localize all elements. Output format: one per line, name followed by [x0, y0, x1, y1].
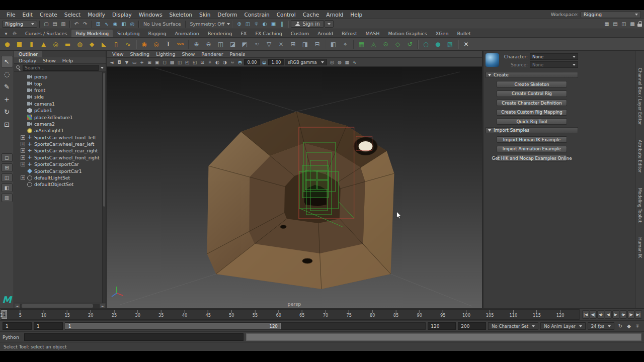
range-end-handle[interactable]: 120 — [269, 324, 277, 329]
menu-item[interactable]: Help — [347, 12, 366, 18]
menu-item[interactable]: Skeleton — [166, 12, 196, 18]
sign-in-button[interactable]: Sign in — [291, 20, 324, 28]
create-section-button[interactable]: Create Character Definition — [497, 100, 567, 106]
play-backwards-button[interactable]: ◀ — [605, 310, 612, 319]
poly-helix-button[interactable]: ∿ — [122, 38, 134, 50]
go-to-end-button[interactable]: ▶| — [635, 310, 642, 319]
wireframe-on-shaded-icon[interactable]: ▦ — [344, 59, 351, 66]
section-header-create[interactable]: Create — [486, 72, 578, 78]
toggle-tool-settings-icon[interactable]: ◫ — [620, 20, 628, 28]
separate-button[interactable]: ⊖ — [203, 38, 214, 50]
toggle-attribute-editor-icon[interactable]: ▤ — [611, 20, 619, 28]
create-section-button[interactable]: Quick Rig Tool — [497, 118, 567, 125]
mirror-button[interactable]: ◧ — [328, 38, 339, 50]
open-scene-icon[interactable]: ▤ — [51, 20, 59, 28]
viewport-menu[interactable]: Renderer — [198, 51, 226, 57]
outliner-item[interactable]: defaultLightSet — [14, 174, 106, 181]
redo-icon[interactable]: ↷ — [81, 20, 89, 28]
lighting-toggle-icon[interactable]: ☼ — [206, 59, 213, 66]
gamma-field[interactable]: 1.00 — [268, 59, 284, 65]
move-tool[interactable]: + — [1, 94, 13, 105]
smooth-button[interactable]: ≈ — [251, 38, 263, 50]
grid-toggle-icon[interactable]: ⊞ — [146, 59, 153, 66]
new-scene-icon[interactable]: ▢ — [42, 20, 50, 28]
shelf-tab[interactable]: Motion Graphics — [384, 30, 431, 37]
boolean-difference-button[interactable]: ◪ — [227, 38, 238, 50]
colorspace-dropdown[interactable]: sRGB gamma — [285, 59, 327, 65]
film-gate-icon[interactable]: ▣ — [153, 59, 160, 66]
reduce-button[interactable]: ▽ — [263, 38, 275, 50]
outliner-item[interactable]: camera2 — [14, 121, 106, 127]
boolean-union-button[interactable]: ◫ — [215, 38, 226, 50]
shelf-tab[interactable]: Poly Modeling — [71, 30, 113, 37]
center-pivot-button[interactable]: ⊙ — [380, 38, 391, 50]
open-render-view-icon[interactable]: ◫ — [244, 20, 252, 28]
playback-loop-icon[interactable]: ↻ — [616, 322, 624, 330]
outliner-item[interactable]: front — [14, 87, 106, 94]
poly-cube-button[interactable]: ■ — [14, 38, 25, 50]
two-d-pan-zoom-icon[interactable]: + — [138, 59, 145, 66]
snap-to-point-icon[interactable]: ◉ — [111, 20, 119, 28]
ipr-render-icon[interactable]: ◐ — [261, 20, 269, 28]
layout-persp-outliner-button[interactable]: ◫ — [2, 173, 13, 182]
viewport-canvas[interactable]: persp — [107, 67, 482, 308]
isolate-select-icon[interactable]: ◎ — [329, 59, 336, 66]
menu-item[interactable]: Display — [109, 12, 135, 18]
animation-preferences-button[interactable]: ☼ — [633, 322, 641, 330]
make-live-icon[interactable]: ◎ — [128, 20, 136, 28]
poly-pipe-button[interactable]: ▯ — [110, 38, 122, 50]
auto-keyframe-toggle[interactable]: ◆ — [625, 322, 633, 330]
shelf-tab[interactable]: MASH — [362, 30, 384, 37]
viewport-menu[interactable]: Lighting — [153, 51, 178, 57]
menu-item[interactable]: Deform — [214, 12, 240, 18]
anim-layer-dropdown[interactable]: No Anim Layer — [540, 322, 586, 330]
camera-attributes-icon[interactable]: ▼ — [123, 59, 130, 66]
bevel-button[interactable]: ◨ — [299, 38, 311, 50]
create-section-button[interactable]: Create Skeleton — [497, 81, 567, 87]
freeze-transform-button[interactable]: ◇ — [392, 38, 404, 50]
viewport-menu[interactable]: Show — [179, 51, 198, 57]
expand-toggle[interactable] — [21, 155, 25, 160]
target-weld-button[interactable]: ⌖ — [340, 38, 351, 50]
extrude-button[interactable]: ⊞ — [287, 38, 299, 50]
expand-toggle[interactable] — [21, 175, 25, 180]
outliner-item[interactable]: SportsCar:wheel_rear_left — [14, 141, 106, 147]
scroll-right-icon[interactable]: ► — [100, 304, 105, 308]
create-section-button[interactable]: Create Control Rig — [497, 90, 567, 97]
shelf-tab[interactable]: FX — [236, 30, 251, 37]
pause-viewport-icon[interactable]: ‖ — [278, 20, 286, 28]
character-set-dropdown[interactable]: No Character Set — [488, 322, 538, 330]
outliner-item[interactable]: camera1 — [14, 101, 106, 107]
menu-item[interactable]: Arnold — [323, 12, 347, 18]
outliner-item[interactable]: top — [14, 80, 106, 86]
menu-item[interactable]: Select — [61, 12, 84, 18]
resolution-gate-icon[interactable]: ◻ — [161, 59, 168, 66]
section-header-import-samples[interactable]: Import Samples — [486, 127, 578, 133]
viewport-menu[interactable]: Shading — [127, 51, 153, 57]
safe-action-icon[interactable]: ◰ — [184, 59, 191, 66]
animation-end-field[interactable]: 200 — [458, 322, 486, 330]
range-start-handle[interactable]: 1 — [68, 324, 71, 329]
undo-icon[interactable]: ↶ — [72, 20, 80, 28]
snap-together-button[interactable]: ✕ — [460, 38, 472, 50]
save-scene-icon[interactable]: ▥ — [59, 20, 67, 28]
bridge-button[interactable]: ⊟ — [311, 38, 323, 50]
multi-cut-button[interactable]: × — [275, 38, 287, 50]
live-surface-label[interactable]: No Live Surface — [141, 21, 183, 27]
expand-toggle[interactable] — [21, 162, 25, 166]
shelf-tab[interactable]: FX Caching — [251, 30, 286, 37]
viewport-menu[interactable]: Panels — [227, 51, 249, 57]
paint-select-tool[interactable]: ✎ — [1, 81, 13, 93]
time-ticks[interactable]: 1 15101520253035404550556065707580859095… — [1, 309, 580, 320]
outliner-item[interactable]: aiAreaLight1 — [14, 127, 106, 134]
animation-start-field[interactable]: 1 — [3, 322, 32, 330]
poly-cylinder-button[interactable]: ▮ — [26, 38, 37, 50]
outliner-menu[interactable]: Show — [40, 58, 59, 63]
layout-four-pane-button[interactable]: ⊞ — [2, 163, 13, 172]
scale-tool[interactable]: ⊡ — [1, 119, 13, 130]
outliner-menu[interactable]: Display — [16, 58, 39, 63]
shelf-edit-icon[interactable]: ☼ — [11, 29, 19, 37]
render-settings-icon[interactable]: ▣ — [269, 20, 277, 28]
shelf-tab[interactable]: Arnold — [313, 30, 337, 37]
harden-edge-button[interactable]: ● — [432, 38, 444, 50]
